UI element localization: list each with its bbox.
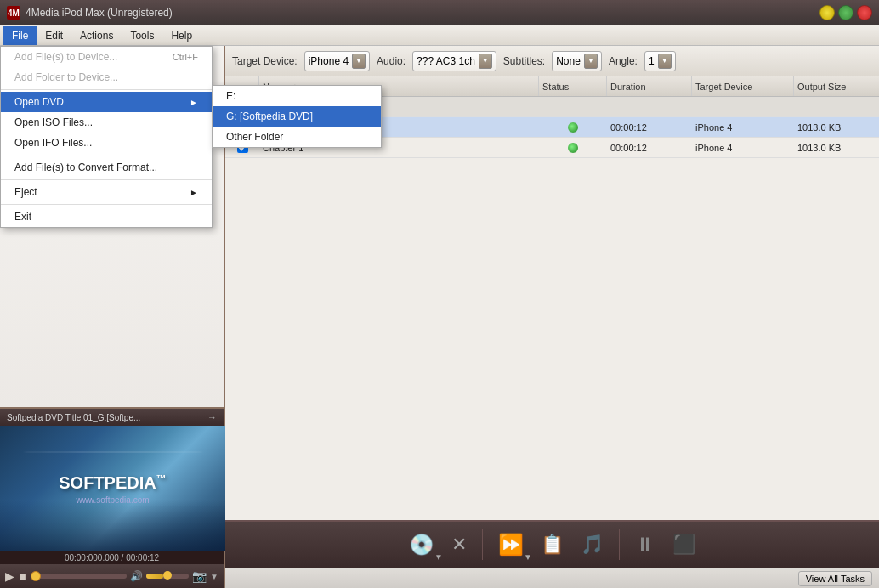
app-title: 4Media iPod Max (Unregistered) — [26, 7, 814, 19]
row-duration-cell: 00:00:12 — [607, 138, 692, 157]
subtitles-label: Subtitles: — [503, 55, 545, 67]
submenu-drive-g[interactable]: G: [Softpedia DVD] — [213, 106, 381, 127]
row-target-cell — [692, 97, 794, 116]
subtitles-select[interactable]: None ▼ — [552, 51, 602, 71]
separator-2 — [619, 529, 620, 560]
file-list-body: G:[Softpedia DV... Softpedia DVD ... 00:… — [225, 97, 879, 520]
progress-bar[interactable] — [31, 574, 127, 579]
col-duration[interactable]: Duration — [607, 76, 692, 96]
menu-item-help[interactable]: Help — [162, 26, 201, 45]
screenshot-icon[interactable]: 📷 — [192, 569, 207, 583]
file-toolbar: Target Device: iPhone 4 ▼ Audio: ??? AC3… — [225, 46, 879, 76]
close-button[interactable] — [857, 5, 872, 20]
maximize-button[interactable] — [838, 5, 853, 20]
playback-bar: ▶ ⏹ 🔊 📷 ▼ — [0, 564, 224, 588]
music-button[interactable]: 🎵 — [576, 530, 609, 559]
col-size[interactable]: Output Size — [794, 76, 879, 96]
softpedia-logo-text: SOFTPEDIA™ — [59, 472, 166, 493]
remove-button[interactable]: ✕ — [446, 530, 472, 559]
row-status-cell — [539, 138, 607, 157]
status-bar: View All Tasks — [225, 568, 879, 588]
row-status-cell — [539, 97, 607, 116]
stop-task-button[interactable]: ⬛ — [667, 530, 700, 559]
menu-item-file[interactable]: File — [3, 26, 37, 45]
dropdown-arrow-icon[interactable]: ▼ — [210, 572, 218, 581]
volume-icon[interactable]: 🔊 — [130, 570, 143, 582]
status-indicator — [568, 143, 578, 153]
angle-label: Angle: — [609, 55, 638, 67]
app-icon: 4M — [7, 6, 20, 20]
open-dvd-submenu: E: G: [Softpedia DVD] Other Folder — [212, 85, 382, 148]
row-target-cell: iPhone 4 — [692, 117, 794, 137]
separator-3 — [1, 179, 212, 180]
bottom-toolbar: 💿 ▼ ✕ ⏩ ▼ 📋 🎵 ⏸ ⬛ — [225, 520, 879, 568]
convert-button[interactable]: ⏩ ▼ — [493, 529, 529, 560]
angle-value: 1 — [649, 55, 655, 67]
status-indicator — [568, 122, 578, 133]
pause-button[interactable]: ⏸ — [630, 529, 661, 560]
stop-button[interactable]: ⏹ — [18, 571, 27, 581]
row-target-cell: iPhone 4 — [692, 138, 794, 157]
menu-open-ifo[interactable]: Open IFO Files... — [1, 133, 212, 153]
preview-title-text: Softpedia DVD Title 01_G:[Softpe... — [7, 413, 140, 422]
menu-eject[interactable]: Eject ► — [1, 182, 212, 202]
submenu-other-folder[interactable]: Other Folder — [213, 127, 381, 147]
audio-value: ??? AC3 1ch — [417, 55, 475, 67]
progress-handle[interactable] — [31, 571, 41, 581]
menu-bar: File Edit Actions Tools Help — [0, 25, 879, 46]
menu-exit[interactable]: Exit — [1, 206, 212, 227]
menu-open-iso[interactable]: Open ISO Files... — [1, 112, 212, 133]
menu-item-tools[interactable]: Tools — [122, 26, 162, 45]
preview-arrow-icon[interactable]: → — [207, 412, 217, 422]
play-button[interactable]: ▶ — [5, 569, 14, 583]
dvd-button[interactable]: 💿 ▼ — [404, 529, 440, 560]
menu-item-actions[interactable]: Actions — [71, 26, 122, 45]
target-device-dropdown-arrow-icon[interactable]: ▼ — [352, 54, 366, 69]
menu-item-edit[interactable]: Edit — [37, 26, 71, 45]
audio-dropdown-arrow-icon[interactable]: ▼ — [479, 54, 492, 69]
row-size-cell — [794, 97, 879, 116]
angle-select[interactable]: 1 ▼ — [644, 51, 676, 71]
preview-title-bar: Softpedia DVD Title 01_G:[Softpe... → — [0, 409, 224, 426]
row-size-cell: 1013.0 KB — [794, 138, 879, 157]
separator-4 — [1, 204, 212, 205]
col-target[interactable]: Target Device — [692, 76, 794, 96]
row-duration-cell — [607, 97, 692, 116]
menu-add-convert[interactable]: Add File(s) to Convert Format... — [1, 157, 212, 178]
angle-dropdown-arrow-icon[interactable]: ▼ — [658, 54, 672, 69]
submenu-drive-e[interactable]: E: — [213, 86, 381, 106]
separator-1 — [1, 89, 212, 90]
target-device-select[interactable]: iPhone 4 ▼ — [304, 51, 370, 71]
sync-button[interactable]: 📋 — [536, 530, 569, 559]
preview-time-display: 00:00:000.000 / 00:00:12 — [0, 551, 224, 564]
minimize-button[interactable] — [819, 5, 835, 20]
menu-open-dvd[interactable]: Open DVD ► — [1, 92, 212, 112]
preview-section: Softpedia DVD Title 01_G:[Softpe... → SO… — [0, 407, 224, 588]
col-status[interactable]: Status — [539, 76, 607, 96]
view-all-tasks-button[interactable]: View All Tasks — [798, 571, 872, 586]
menu-add-folder[interactable]: Add Folder to Device... — [1, 67, 212, 88]
subtitles-dropdown-arrow-icon[interactable]: ▼ — [584, 54, 598, 69]
row-size-cell: 1013.0 KB — [794, 117, 879, 137]
row-status-cell — [539, 117, 607, 137]
audio-label: Audio: — [377, 55, 405, 67]
subtitles-value: None — [556, 55, 581, 67]
menu-add-files[interactable]: Add File(s) to Device... Ctrl+F — [1, 47, 212, 67]
separator-2 — [1, 155, 212, 155]
row-duration-cell: 00:00:12 — [607, 117, 692, 137]
separator — [482, 529, 483, 560]
target-device-label: Target Device: — [232, 55, 298, 67]
file-dropdown-menu: Add File(s) to Device... Ctrl+F Add Fold… — [0, 46, 213, 228]
window-controls — [819, 5, 872, 20]
audio-select[interactable]: ??? AC3 1ch ▼ — [412, 51, 496, 71]
preview-image: SOFTPEDIA™ www.softpedia.com — [0, 426, 225, 551]
target-device-value: iPhone 4 — [309, 55, 349, 67]
title-bar: 4M 4Media iPod Max (Unregistered) — [0, 0, 879, 25]
